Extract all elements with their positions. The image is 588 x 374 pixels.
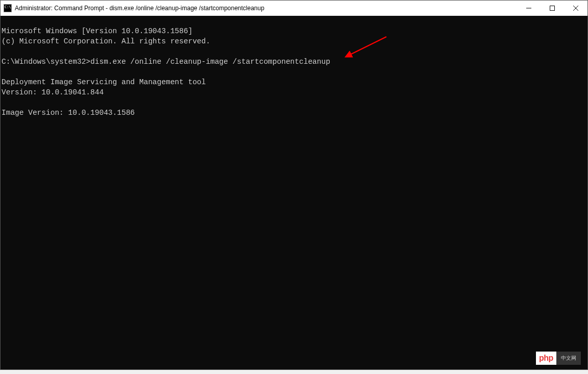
command-line: C:\Windows\system32>dism.exe /online /cl… xyxy=(2,58,330,66)
watermark-badge: php 中文网 xyxy=(536,352,581,365)
watermark-left: php xyxy=(536,354,555,363)
maximize-icon xyxy=(550,6,555,11)
svg-rect-1 xyxy=(550,6,555,11)
output-line: (c) Microsoft Corporation. All rights re… xyxy=(2,37,210,45)
title-bar[interactable]: Administrator: Command Prompt - dism.exe… xyxy=(1,1,587,16)
close-icon xyxy=(573,6,578,11)
close-button[interactable] xyxy=(564,1,587,16)
output-line: Microsoft Windows [Version 10.0.19043.15… xyxy=(2,27,192,35)
minimize-button[interactable] xyxy=(517,1,541,16)
output-line: Version: 10.0.19041.844 xyxy=(2,88,104,96)
window-title: Administrator: Command Prompt - dism.exe… xyxy=(15,5,517,12)
svg-line-5 xyxy=(349,37,386,55)
annotation-arrow-icon xyxy=(341,34,390,62)
window-controls xyxy=(517,1,587,16)
output-line: Image Version: 10.0.19043.1586 xyxy=(2,109,135,117)
terminal-output[interactable]: Microsoft Windows [Version 10.0.19043.15… xyxy=(1,16,587,369)
output-line: Deployment Image Servicing and Managemen… xyxy=(2,78,206,86)
command-prompt-window: Administrator: Command Prompt - dism.exe… xyxy=(0,0,588,370)
minimize-icon xyxy=(526,6,531,11)
maximize-button[interactable] xyxy=(541,1,564,16)
cmd-icon xyxy=(4,4,12,12)
watermark-right: 中文网 xyxy=(556,352,581,365)
